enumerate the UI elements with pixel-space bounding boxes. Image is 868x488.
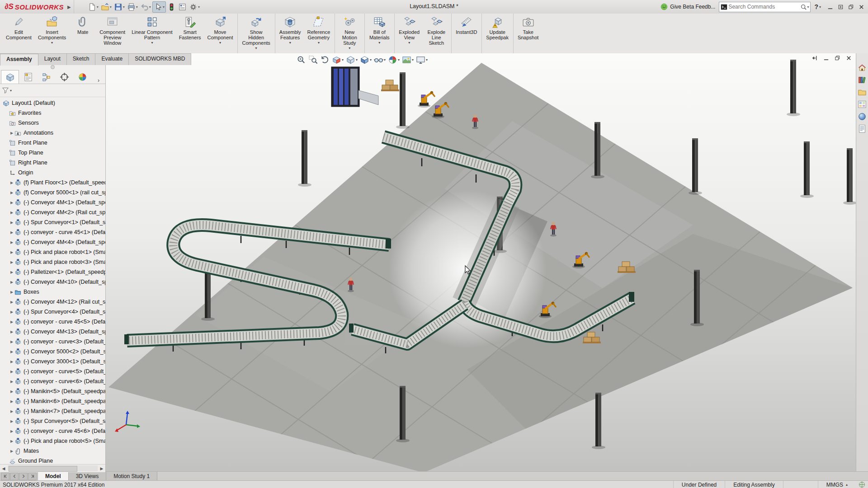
headsup-button[interactable]: ▾ <box>401 55 414 65</box>
document-tab[interactable]: Model <box>38 472 69 481</box>
tree-item[interactable]: ▶ (-) Spur Conveyor<5> (Default_spee <box>0 416 105 426</box>
tree-item[interactable]: ▶ (-) conveyor - curve 45<5> (Default_ <box>0 317 105 327</box>
expand-arrow-icon[interactable]: ▶ <box>9 439 14 443</box>
tree-item[interactable]: ▶ Boxes <box>0 287 105 297</box>
quickbar-button[interactable]: ▾ <box>126 2 139 12</box>
task-pane-tab[interactable] <box>858 112 867 121</box>
scroll-right-icon[interactable]: ▶ <box>98 465 105 472</box>
expand-arrow-icon[interactable]: ▶ <box>9 131 14 135</box>
expand-arrow-icon[interactable]: ▶ <box>9 191 14 195</box>
3d-scene[interactable] <box>105 53 856 471</box>
ribbon-dropdown-caret-icon[interactable]: ▾ <box>318 41 320 45</box>
tree-item[interactable]: ▶ (-) Conveyor 4M<1> (Default_speedp <box>0 197 105 207</box>
panel-tabs-expand-chevron[interactable]: › <box>95 77 102 84</box>
expand-arrow-icon[interactable]: ▶ <box>9 449 14 453</box>
expand-arrow-icon[interactable]: ▶ <box>9 380 14 384</box>
headsup-caret-icon[interactable]: ▾ <box>426 58 428 62</box>
headsup-button[interactable]: ▾ <box>359 55 372 65</box>
headsup-caret-icon[interactable]: ▾ <box>342 58 344 62</box>
ribbon-button[interactable]: Insert Components ▾ <box>35 14 69 53</box>
headsup-button[interactable] <box>296 55 307 65</box>
headsup-button[interactable] <box>320 55 330 65</box>
magnifier-icon[interactable] <box>800 4 807 10</box>
ribbon-button[interactable]: New Motion Study ▾ <box>336 14 365 53</box>
expand-arrow-icon[interactable]: ▶ <box>9 340 14 344</box>
headsup-button[interactable]: ▾ <box>373 55 386 65</box>
tree-item[interactable]: ▶ (f) Plant Floor<1> (Default_speedpak <box>0 178 105 188</box>
headsup-caret-icon[interactable]: ▾ <box>370 58 372 62</box>
panel-tab[interactable] <box>19 70 37 84</box>
headsup-button[interactable]: ▾ <box>387 55 400 65</box>
headsup-caret-icon[interactable]: ▾ <box>398 58 400 62</box>
viewport-control-button[interactable] <box>823 55 829 61</box>
quickbar-button[interactable]: ▾ <box>87 2 99 12</box>
tree-item[interactable]: ▶ (f) Conveyor 5000<1> (rail cut_speed <box>0 188 105 197</box>
dropdown-caret-icon[interactable]: ▾ <box>149 5 151 9</box>
expand-arrow-icon[interactable]: ▶ <box>9 310 14 314</box>
expand-arrow-icon[interactable]: ▶ <box>9 330 14 334</box>
dropdown-caret-icon[interactable]: ▾ <box>136 5 138 9</box>
document-tab[interactable]: Motion Study 1 <box>106 472 157 481</box>
command-tab[interactable]: Layout <box>38 53 67 65</box>
task-pane-tab[interactable] <box>858 124 867 133</box>
tree-item[interactable]: Origin <box>0 168 105 178</box>
tree-item[interactable]: ▶ (-) Manikin<7> (Default_speedpak) <box>0 406 105 416</box>
ribbon-button[interactable]: Update Speedpak <box>483 14 514 53</box>
dropdown-caret-icon[interactable]: ▾ <box>110 5 112 9</box>
ribbon-dropdown-caret-icon[interactable]: ▾ <box>349 46 350 50</box>
dropdown-caret-icon[interactable]: ▾ <box>198 5 200 9</box>
ribbon-dropdown-caret-icon[interactable]: ▾ <box>219 41 221 45</box>
tree-item[interactable]: Right Plane <box>0 158 105 168</box>
units-caret-icon[interactable]: ▴ <box>846 483 848 487</box>
tree-item[interactable]: ▶ (-) conveyor - curve<3> (Default_sp <box>0 337 105 347</box>
expand-arrow-icon[interactable]: ▶ <box>9 260 14 264</box>
search-caret-icon[interactable]: ▾ <box>807 5 809 9</box>
dropdown-caret-icon[interactable]: ▾ <box>163 5 165 9</box>
viewport-control-button[interactable] <box>846 55 852 61</box>
ribbon-dropdown-caret-icon[interactable]: ▾ <box>289 41 291 45</box>
tree-item[interactable]: Favorites <box>0 108 105 118</box>
dropdown-caret-icon[interactable]: ▾ <box>123 5 125 9</box>
ribbon-button[interactable]: Edit Component <box>3 14 35 53</box>
tree-item[interactable]: ▶ (-) conveyor - curve<5> (Default_sp <box>0 366 105 376</box>
expand-arrow-icon[interactable]: ▶ <box>9 230 14 235</box>
command-tab[interactable]: SOLIDWORKS MBD <box>128 53 191 65</box>
window-button[interactable] <box>848 4 854 10</box>
ribbon-button[interactable]: Instant3D <box>453 14 482 53</box>
tree-item[interactable]: ▶ (-) Conveyor 4M<12> (Rail cut_spee <box>0 297 105 307</box>
ribbon-dropdown-caret-icon[interactable]: ▾ <box>255 46 257 50</box>
headsup-button[interactable]: ▾ <box>345 55 358 65</box>
ribbon-dropdown-caret-icon[interactable]: ▾ <box>151 41 153 45</box>
tab-nav-button[interactable] <box>1 473 9 480</box>
viewport-control-button[interactable] <box>812 55 818 61</box>
expand-arrow-icon[interactable]: ▶ <box>9 290 14 294</box>
expand-arrow-icon[interactable]: ▶ <box>9 399 14 404</box>
scroll-left-icon[interactable]: ◀ <box>0 465 7 472</box>
expand-arrow-icon[interactable]: ▶ <box>9 350 14 354</box>
expand-arrow-icon[interactable]: ▶ <box>9 370 14 374</box>
expand-arrow-icon[interactable]: ▶ <box>9 201 14 205</box>
expand-arrow-icon[interactable]: ▶ <box>9 419 14 423</box>
units-selector[interactable]: MMGS ▴ <box>818 481 856 488</box>
filter-caret-icon[interactable]: ▾ <box>10 89 12 93</box>
window-button[interactable] <box>838 4 844 10</box>
ribbon-button[interactable]: Show Hidden Components ▾ <box>239 14 275 53</box>
expand-arrow-icon[interactable]: ▶ <box>9 240 14 244</box>
dropdown-caret-icon[interactable]: ▾ <box>97 5 99 9</box>
task-pane-tab[interactable] <box>858 88 867 97</box>
command-tab[interactable]: Evaluate <box>95 53 129 65</box>
ribbon-button[interactable]: Bill of Materials ▾ <box>366 14 395 53</box>
ribbon-button[interactable]: Take Snapshot <box>514 14 542 53</box>
quickbar-button[interactable] <box>177 2 188 12</box>
expand-arrow-icon[interactable]: ▶ <box>9 320 14 324</box>
quickbar-button[interactable]: ▾ <box>188 2 201 12</box>
search-commands-box[interactable]: ▾ <box>719 2 811 12</box>
expand-arrow-icon[interactable]: ▶ <box>9 250 14 254</box>
ribbon-button[interactable]: Assembly Features ▾ <box>276 14 304 53</box>
ribbon-button[interactable]: Exploded View ▾ <box>396 14 423 53</box>
ribbon-button[interactable]: Explode Line Sketch <box>423 14 452 53</box>
window-button[interactable] <box>827 4 833 10</box>
ribbon-button[interactable]: Move Component ▾ <box>204 14 238 53</box>
expand-arrow-icon[interactable]: ▶ <box>9 429 14 433</box>
tree-item[interactable]: ▶ (-) Pick and place robot<3> (Small_ <box>0 257 105 267</box>
